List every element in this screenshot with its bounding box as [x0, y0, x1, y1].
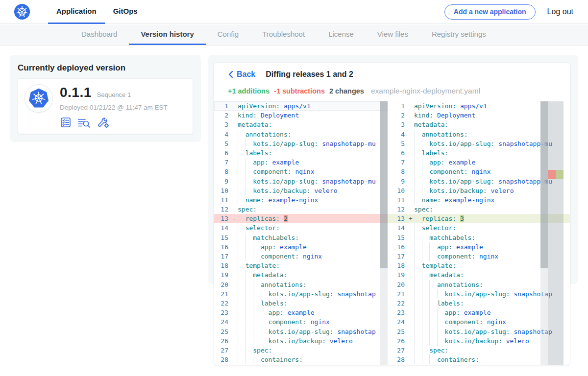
- diff-header: Back Diffing releases 1 and 2: [228, 70, 353, 79]
- indent-guide: [245, 308, 253, 317]
- subtractions-count: -1 subtractions: [274, 87, 325, 95]
- code-line-23: 23app: example: [214, 308, 388, 317]
- diff-overview-ruler[interactable]: [548, 101, 564, 365]
- tab-view-files[interactable]: View files: [366, 24, 420, 45]
- logs-search-icon[interactable]: [77, 117, 91, 128]
- diff-editor: 1apiVersion: apps/v12kind: Deployment3me…: [214, 101, 570, 365]
- version-number: 0.1.1: [60, 85, 92, 100]
- diff-marker-empty: [407, 355, 414, 364]
- indent-guide: [414, 214, 422, 223]
- indent-guide: [414, 130, 422, 139]
- back-button[interactable]: Back: [228, 70, 255, 79]
- code-line-13: 13-replicas: 2: [214, 214, 388, 223]
- checklist-icon[interactable]: [60, 117, 72, 128]
- nav-item-application[interactable]: Application: [48, 0, 105, 24]
- code-text: annotations:: [238, 280, 388, 289]
- diff-pane-modified[interactable]: 1apiVersion: apps/v12kind: Deployment3me…: [388, 101, 570, 365]
- diff-marker-empty: [231, 242, 238, 252]
- indent-guide: [422, 299, 430, 308]
- line-number: 8: [214, 167, 231, 176]
- code-text: metadata:: [238, 270, 388, 280]
- line-number: 21: [214, 289, 231, 299]
- tab-dashboard[interactable]: Dashboard: [70, 24, 129, 45]
- tab-registry-settings[interactable]: Registry settings: [420, 24, 498, 45]
- line-number: 16: [388, 242, 407, 252]
- left-scrollbar-thumb[interactable]: [380, 101, 388, 268]
- app-subnav: DashboardVersion historyConfigTroublesho…: [0, 24, 588, 46]
- line-number: 18: [214, 261, 231, 270]
- indent-guide: [414, 270, 422, 280]
- code-line-14: 14selector:: [214, 223, 388, 233]
- tab-troubleshoot[interactable]: Troubleshoot: [250, 24, 317, 45]
- indent-guide: [422, 233, 430, 242]
- diff-marker-empty: [231, 177, 238, 186]
- chevron-left-icon: [228, 70, 233, 78]
- add-application-button[interactable]: Add a new application: [444, 4, 536, 20]
- diff-marker-empty: [407, 317, 414, 327]
- indent-guide: [422, 186, 430, 195]
- indent-guide: [429, 327, 437, 336]
- sequence-label: Sequence 1: [97, 91, 131, 98]
- indent-guide: [238, 139, 245, 148]
- tab-license[interactable]: License: [317, 24, 366, 45]
- diff-marker-empty: [407, 327, 414, 336]
- logout-link[interactable]: Log out: [547, 7, 573, 16]
- line-number: 17: [388, 252, 407, 261]
- diff-marker-empty: [407, 186, 414, 195]
- line-number: 1: [214, 101, 231, 111]
- code-line-5: 5kots.io/app-slug: snapshotapp-mu: [214, 139, 388, 148]
- kubernetes-logo-icon[interactable]: [14, 3, 30, 20]
- diff-marker-empty: [407, 299, 414, 308]
- diff-marker-empty: [231, 317, 238, 327]
- indent-guide: [245, 270, 253, 280]
- diff-marker-empty: [407, 308, 414, 317]
- line-number: 4: [388, 130, 407, 139]
- deployed-version-meta: 0.1.1 Sequence 1 Deployed 01/21/22 @ 11:…: [60, 85, 168, 128]
- line-number: 13: [214, 214, 231, 223]
- code-text: kots.io/app-slug: snapshotapp-mu: [238, 177, 388, 186]
- code-text: replicas: 2: [238, 214, 388, 223]
- tab-version-history[interactable]: Version history: [129, 24, 205, 45]
- indent-guide: [253, 308, 261, 317]
- diff-stats: +1 additions -1 subtractions 2 changes e…: [228, 87, 480, 95]
- line-number: 26: [388, 336, 407, 346]
- tab-config[interactable]: Config: [206, 24, 250, 45]
- code-text: labels:: [238, 299, 388, 308]
- diff-marker: +: [407, 214, 414, 223]
- diff-pane-original[interactable]: 1apiVersion: apps/v12kind: Deployment3me…: [214, 101, 388, 365]
- diff-marker-empty: [407, 346, 414, 355]
- code-line-12: 12spec:: [214, 205, 388, 214]
- indent-guide: [437, 308, 445, 317]
- indent-guide: [429, 242, 437, 252]
- indent-guide: [238, 346, 245, 355]
- diff-marker-empty: [231, 327, 238, 336]
- indent-guide: [437, 289, 445, 299]
- overview-added-mark: [556, 170, 564, 179]
- indent-guide: [238, 195, 245, 205]
- line-number: 24: [388, 317, 407, 327]
- line-number: 20: [214, 280, 231, 289]
- left-scrollbar[interactable]: [380, 101, 388, 365]
- indent-guide: [245, 233, 253, 242]
- indent-guide: [238, 177, 245, 186]
- right-scrollbar[interactable]: [540, 101, 548, 365]
- code-line-18: 18template:: [214, 261, 388, 270]
- indent-guide: [414, 355, 422, 364]
- code-line-20: 20annotations:: [214, 280, 388, 289]
- indent-guide: [414, 327, 422, 336]
- line-number: 14: [388, 223, 407, 233]
- indent-guide: [414, 167, 422, 176]
- code-line-8: 8component: nginx: [214, 167, 388, 176]
- line-number: 24: [214, 317, 231, 327]
- version-action-icons: [60, 117, 168, 128]
- line-number: 13: [388, 214, 407, 223]
- wrench-gear-icon[interactable]: [97, 117, 110, 128]
- diff-marker-empty: [231, 289, 238, 299]
- indent-guide: [414, 242, 422, 252]
- line-number: 5: [214, 139, 231, 148]
- line-number: 21: [388, 289, 407, 299]
- right-scrollbar-thumb[interactable]: [540, 101, 548, 268]
- line-number: 2: [214, 111, 231, 120]
- indent-guide: [238, 308, 245, 317]
- nav-item-gitops[interactable]: GitOps: [105, 0, 146, 24]
